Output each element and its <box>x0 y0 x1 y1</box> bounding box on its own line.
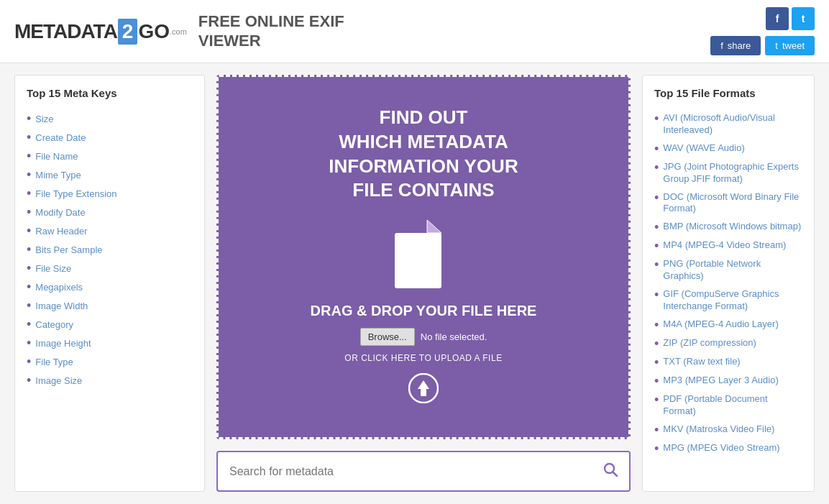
list-item: •M4A (MPEG-4 Audio Layer) <box>654 316 802 334</box>
social-icons: f t <box>766 7 815 30</box>
meta-key-link[interactable]: File Type Extension <box>35 188 116 199</box>
list-item: •MPG (MPEG Video Stream) <box>654 439 802 458</box>
file-format-link[interactable]: GIF (CompuServe Graphics Interchange For… <box>663 288 802 313</box>
list-item: •MP3 (MPEG Layer 3 Audio) <box>654 372 802 390</box>
meta-key-link[interactable]: Mime Type <box>35 170 81 180</box>
bullet-icon: • <box>654 375 659 388</box>
search-input[interactable] <box>218 455 592 488</box>
meta-key-link[interactable]: Bits Per Sample <box>35 244 102 255</box>
bullet-icon: • <box>654 258 659 271</box>
meta-key-link[interactable]: Image Height <box>35 338 91 349</box>
bullet-icon: • <box>654 221 659 234</box>
bullet-icon: • <box>27 243 31 256</box>
bullet-icon: • <box>654 442 659 455</box>
list-item: •GIF (CompuServe Graphics Interchange Fo… <box>654 285 802 316</box>
social-share-buttons: f share t tweet <box>710 36 815 55</box>
meta-keys-title: Top 15 Meta Keys <box>27 87 193 99</box>
file-format-link[interactable]: ZIP (ZIP compression) <box>663 337 756 349</box>
file-format-link[interactable]: PDF (Portable Document Format) <box>663 393 802 418</box>
meta-key-link[interactable]: Image Width <box>35 301 88 311</box>
bullet-icon: • <box>27 187 31 200</box>
svg-rect-0 <box>395 233 441 288</box>
drop-zone[interactable]: FIND OUTWHICH METADATAINFORMATION YOURFI… <box>216 75 631 439</box>
file-format-link[interactable]: MP4 (MPEG-4 Video Stream) <box>663 239 786 252</box>
file-formats-list: •AVI (Microsoft Audio/Visual Interleaved… <box>654 109 802 458</box>
list-item: •Image Height <box>27 334 193 352</box>
or-click-text: OR CLICK HERE TO UPLOAD A FILE <box>344 353 502 363</box>
file-format-link[interactable]: MKV (Matroska Video File) <box>663 423 774 436</box>
bullet-icon: • <box>654 423 659 436</box>
list-item: •PNG (Portable Network Graphics) <box>654 255 802 285</box>
list-item: •Megapixels <box>27 278 193 296</box>
bullet-icon: • <box>27 150 31 162</box>
bullet-icon: • <box>27 224 31 237</box>
file-format-link[interactable]: M4A (MPEG-4 Audio Layer) <box>663 319 778 331</box>
svg-rect-5 <box>421 389 426 396</box>
header: METADATA 2 GO .com FREE ONLINE EXIF VIEW… <box>0 0 829 63</box>
meta-key-link[interactable]: Image Size <box>35 375 82 386</box>
twitter-tweet-icon: t <box>775 40 778 51</box>
facebook-share-button[interactable]: f share <box>710 36 761 55</box>
bullet-icon: • <box>27 168 31 181</box>
meta-key-link[interactable]: File Name <box>35 151 78 162</box>
header-title: FREE ONLINE EXIF VIEWER <box>198 12 344 50</box>
list-item: •Image Width <box>27 296 193 315</box>
file-format-link[interactable]: DOC (Microsoft Word Binary File Format) <box>663 191 802 216</box>
list-item: •Size <box>27 109 193 128</box>
upload-icon <box>408 373 439 408</box>
logo-com: .com <box>170 27 187 36</box>
logo: METADATA 2 GO .com <box>14 19 187 45</box>
logo-meta: METADATA <box>14 20 117 43</box>
bullet-icon: • <box>654 161 659 174</box>
bullet-icon: • <box>27 318 31 331</box>
meta-key-link[interactable]: Category <box>35 319 73 330</box>
list-item: •File Name <box>27 147 193 165</box>
search-button[interactable] <box>592 452 629 490</box>
list-item: •Raw Header <box>27 221 193 240</box>
file-format-link[interactable]: JPG (Joint Photographic Experts Group JF… <box>663 161 802 185</box>
bullet-icon: • <box>27 112 31 125</box>
file-format-link[interactable]: PNG (Portable Network Graphics) <box>663 258 802 283</box>
bullet-icon: • <box>654 356 659 369</box>
search-box <box>216 451 631 492</box>
facebook-share-icon: f <box>720 40 723 51</box>
bullet-icon: • <box>654 337 659 350</box>
meta-key-link[interactable]: Size <box>35 114 53 124</box>
search-icon <box>603 462 618 477</box>
twitter-icon-btn[interactable]: t <box>792 7 815 30</box>
file-format-link[interactable]: BMP (Microsoft Windows bitmap) <box>663 221 801 233</box>
file-svg-icon <box>395 220 452 288</box>
file-format-link[interactable]: MP3 (MPEG Layer 3 Audio) <box>663 375 778 387</box>
list-item: •ZIP (ZIP compression) <box>654 334 802 353</box>
meta-key-link[interactable]: Modify Date <box>35 207 85 218</box>
file-format-link[interactable]: MPG (MPEG Video Stream) <box>663 442 779 454</box>
list-item: •TXT (Raw text file) <box>654 353 802 372</box>
meta-key-link[interactable]: Megapixels <box>35 282 83 293</box>
meta-key-link[interactable]: File Size <box>35 263 71 274</box>
bullet-icon: • <box>27 206 31 219</box>
twitter-tweet-button[interactable]: t tweet <box>765 36 815 55</box>
center-panel: FIND OUTWHICH METADATAINFORMATION YOURFI… <box>216 75 631 492</box>
meta-key-link[interactable]: File Type <box>35 357 73 367</box>
meta-key-link[interactable]: Create Date <box>35 132 86 143</box>
file-format-link[interactable]: TXT (Raw text file) <box>663 356 740 368</box>
file-format-link[interactable]: AVI (Microsoft Audio/Visual Interleaved) <box>663 112 802 137</box>
facebook-icon-btn[interactable]: f <box>766 7 789 30</box>
sidebar-left: Top 15 Meta Keys •Size •Create Date •Fil… <box>14 75 205 492</box>
list-item: •Category <box>27 315 193 334</box>
bullet-icon: • <box>27 262 31 275</box>
list-item: •File Type <box>27 352 193 371</box>
browse-button[interactable]: Browse... <box>360 328 415 346</box>
list-item: •PDF (Portable Document Format) <box>654 390 802 421</box>
no-file-text: No file selected. <box>421 331 487 342</box>
svg-marker-4 <box>418 380 429 389</box>
bullet-icon: • <box>654 142 659 155</box>
list-item: •JPG (Joint Photographic Experts Group J… <box>654 158 802 188</box>
svg-line-7 <box>613 472 618 477</box>
file-format-link[interactable]: WAV (WAVE Audio) <box>663 142 744 155</box>
list-item: •Image Size <box>27 371 193 390</box>
meta-key-link[interactable]: Raw Header <box>35 226 87 237</box>
bullet-icon: • <box>27 355 31 368</box>
list-item: •AVI (Microsoft Audio/Visual Interleaved… <box>654 109 802 139</box>
bullet-icon: • <box>654 288 659 301</box>
